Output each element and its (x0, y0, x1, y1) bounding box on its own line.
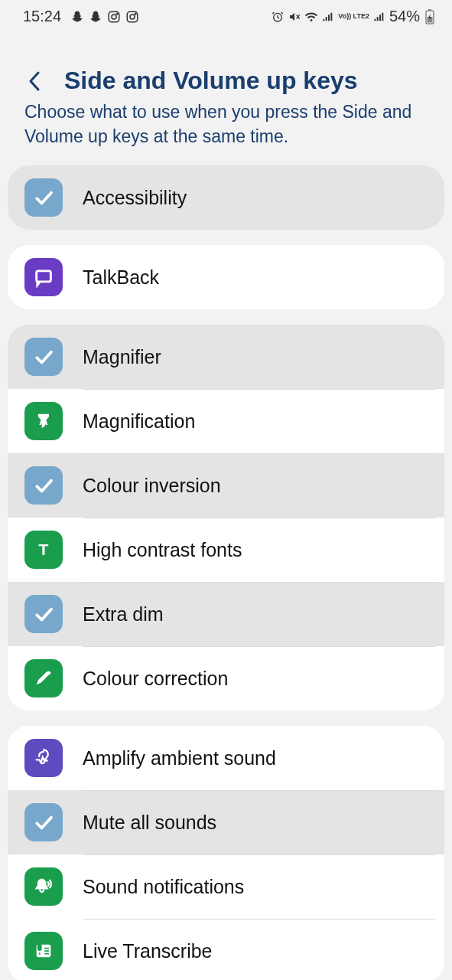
signal-icon-2 (372, 10, 386, 24)
option-label: Live Transcribe (83, 940, 213, 962)
group-vision: Magnifier A Magnification Colour inversi… (8, 325, 444, 710)
page-header: Side and Volume up keys (0, 28, 452, 106)
magnification-icon: A (24, 402, 63, 440)
status-time: 15:24 (23, 8, 61, 25)
option-sound-notifications[interactable]: Sound notifications (8, 854, 444, 919)
page-subtitle: Choose what to use when you press the Si… (0, 100, 452, 165)
checkmark-icon (24, 178, 63, 217)
option-accessibility[interactable]: Accessibility (8, 165, 444, 230)
option-label: Magnification (83, 410, 195, 433)
checkmark-icon (24, 803, 63, 841)
group-talkback: TalkBack (8, 245, 444, 309)
option-label: Magnifier (83, 346, 161, 368)
option-extra-dim[interactable]: Extra dim (8, 582, 444, 646)
status-left: 15:24 (23, 8, 139, 25)
svg-point-2 (116, 13, 118, 15)
checkmark-icon (24, 595, 63, 633)
high-contrast-icon: T (24, 531, 63, 569)
option-label: Mute all sounds (83, 812, 216, 834)
svg-rect-8 (428, 9, 431, 11)
mute-icon (288, 10, 301, 24)
option-high-contrast[interactable]: T High contrast fonts (8, 518, 444, 582)
svg-rect-14 (37, 944, 42, 951)
signal-icon (321, 10, 335, 24)
battery-icon (423, 10, 437, 24)
option-talkback[interactable]: TalkBack (8, 245, 444, 309)
option-label: Colour correction (83, 668, 228, 690)
group-hearing: Amplify ambient sound Mute all sounds So… (8, 726, 444, 980)
option-amplify[interactable]: Amplify ambient sound (8, 726, 444, 790)
option-label: Amplify ambient sound (83, 747, 276, 769)
option-colour-correction[interactable]: Colour correction (8, 646, 444, 710)
colour-correction-icon (24, 659, 63, 697)
amplify-icon (24, 739, 63, 777)
option-label: Colour inversion (83, 475, 221, 497)
checkmark-icon (24, 466, 63, 505)
svg-point-5 (135, 13, 136, 15)
svg-rect-10 (37, 271, 51, 282)
lte-indicator: Vo)) LTE2 (338, 13, 369, 20)
option-magnification[interactable]: A Magnification (8, 389, 444, 453)
option-label: High contrast fonts (83, 539, 242, 561)
instagram-icon-2 (125, 10, 139, 24)
snapchat-icon-2 (89, 10, 102, 24)
battery-percent: 54% (389, 8, 420, 25)
group-accessibility: Accessibility (8, 165, 444, 230)
wifi-icon (304, 10, 318, 24)
option-magnifier[interactable]: Magnifier (8, 325, 444, 389)
talkback-icon (24, 258, 63, 296)
svg-point-4 (130, 15, 135, 19)
back-button[interactable] (24, 71, 44, 91)
sound-notifications-icon (24, 867, 63, 906)
live-transcribe-icon (24, 932, 63, 970)
svg-text:T: T (39, 541, 49, 558)
option-label: Accessibility (83, 187, 187, 209)
checkmark-icon (24, 338, 63, 376)
option-label: Sound notifications (83, 876, 244, 898)
option-label: TalkBack (83, 266, 159, 289)
option-colour-inversion[interactable]: Colour inversion (8, 453, 444, 518)
option-live-transcribe[interactable]: Live Transcribe (8, 919, 444, 980)
instagram-icon (107, 10, 121, 24)
alarm-icon (271, 10, 285, 24)
page-title: Side and Volume up keys (64, 67, 358, 95)
status-bar: 15:24 Vo)) LTE2 54% (0, 0, 452, 28)
svg-text:A: A (39, 413, 48, 427)
svg-point-1 (112, 15, 116, 19)
snapchat-icon (70, 10, 84, 24)
option-mute-all[interactable]: Mute all sounds (8, 790, 444, 854)
option-label: Extra dim (83, 603, 164, 626)
status-right: Vo)) LTE2 54% (271, 8, 437, 25)
